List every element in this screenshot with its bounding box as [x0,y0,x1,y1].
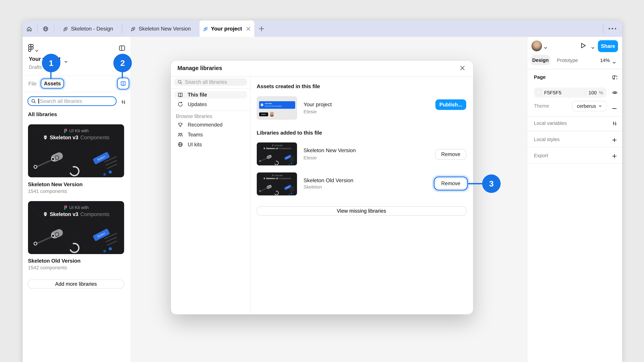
publish-button[interactable]: Publish... [435,99,466,110]
chevron-down-icon[interactable] [591,44,595,51]
radio-decoration [104,250,106,252]
alert-icon [261,104,263,106]
chevron-down-icon[interactable] [35,47,38,54]
filter-icon[interactable] [121,99,126,106]
callout-number: 2 [120,58,125,68]
chevron-down-icon[interactable] [612,59,616,66]
tab-your-project[interactable]: Your project [200,20,254,37]
remove-button[interactable]: Remove [435,149,466,160]
tab-file[interactable]: File [28,81,36,87]
nav-updates[interactable]: Updates [174,100,247,108]
dialog-title: Manage libraries [178,65,222,71]
thumbnail-art: UI Kit with Skeleton v3Components Button [28,125,124,177]
local-styles-row[interactable]: Local styles [534,137,560,142]
color-hex-value[interactable]: F5F5F5 [544,90,561,95]
figma-logo-mini-icon [272,144,273,146]
library-card-subtitle: 1542 components [28,265,67,271]
thumb-line2-rest: Components [279,147,291,149]
library-row-subtitle: Etesie [304,155,317,161]
close-icon[interactable] [459,64,466,72]
chevron-down-icon[interactable] [64,58,68,65]
divider [171,76,473,77]
alert-description: Short and clear description [265,105,282,107]
library-search-field[interactable] [28,96,116,106]
add-export-icon[interactable] [612,153,617,160]
tab-assets[interactable]: Assets [40,78,64,89]
close-tab-icon[interactable] [246,26,251,31]
search-input[interactable] [40,98,102,104]
present-play-icon[interactable] [580,42,587,51]
local-variables-row[interactable]: Local variables [534,120,567,126]
divider [527,69,622,69]
nav-label: This file [188,92,207,98]
opacity-unit: % [599,90,603,95]
tab-skeleton-new-version[interactable]: Skeleton New Version [122,20,199,37]
avatar[interactable] [532,40,542,51]
zoom-level[interactable]: 14% [600,57,610,63]
nav-label: Recommended [188,122,222,128]
toggle-decoration [50,228,64,240]
tab-skeleton-design[interactable]: Skeleton - Design [54,20,122,37]
right-sidebar: Share Design Prototype 14% Page F5F5F5 1… [527,37,622,362]
library-thumbnail-skeleton-old[interactable]: UI Kit with Skeleton v3Components Button [28,201,124,254]
thumbnail-art: UI Kit with Skeleton v3Components Button [257,143,297,165]
window-menu-button[interactable] [608,28,616,29]
figma-app-screen: Skeleton - Design Skeleton New Version Y… [0,0,644,362]
figma-logo-mini-icon [272,174,273,176]
libraries-section-heading: Libraries added to this file [257,130,322,136]
divider [527,163,622,164]
variables-icon[interactable] [612,120,617,128]
tab-design[interactable]: Design [531,55,550,65]
figma-logo-icon[interactable] [28,44,34,54]
library-row-title: Skeleton Old Version [304,177,353,184]
share-button[interactable]: Share [598,40,618,52]
chevron-down-icon[interactable] [544,44,548,51]
globe-icon[interactable] [43,26,48,31]
chevron-down-icon [598,104,602,108]
tab-prototype[interactable]: Prototype [557,57,578,63]
thumb-line2-strong: Skeleton v3 [50,211,78,217]
tab-label: Skeleton New Version [138,26,191,32]
library-row-thumbnail: UI Kit with Skeleton v3Components Button [257,172,297,195]
project-location: Drafts [29,64,42,70]
library-thumbnail-skeleton-new[interactable]: UI Kit with Skeleton v3Components Button [28,124,124,177]
divider [527,147,622,147]
tab-label: Skeleton - Design [71,26,113,32]
new-tab-button[interactable] [258,25,265,32]
divider [23,76,131,76]
callout-3-connector [468,183,483,184]
remove-theme-icon[interactable] [612,105,617,112]
libraries-button[interactable] [117,78,129,89]
library-card-title[interactable]: Skeleton New Version [28,181,83,188]
modal-search-field[interactable] [174,78,247,86]
thumb-line1: UI Kit with [69,128,89,133]
library-card-title[interactable]: Skeleton Old Version [28,258,80,264]
opacity-value[interactable]: 100 [588,90,597,95]
slider-decoration [35,235,55,245]
eye-icon[interactable] [612,89,618,97]
divider [250,76,251,314]
theme-dropdown[interactable]: cerberus [572,101,606,111]
panel-toggle-icon[interactable] [119,45,125,53]
nav-this-file[interactable]: This file [174,91,247,98]
nav-teams[interactable]: Teams [174,131,247,138]
skull-icon [263,147,265,149]
home-icon[interactable] [26,26,32,31]
nav-recommended[interactable]: Recommended [174,121,247,128]
divider [171,110,250,111]
styles-icon[interactable] [612,74,617,82]
remove-button-highlighted[interactable]: Remove [435,178,466,189]
nav-ui-kits[interactable]: UI kits [174,141,247,148]
modal-search-input[interactable] [185,79,238,85]
view-missing-libraries-button[interactable]: View missing libraries [257,206,466,216]
globe-icon [178,142,183,147]
add-more-libraries-button[interactable]: Add more libraries [28,280,124,289]
export-row[interactable]: Export [534,153,548,158]
library-row-title: Skeleton New Version [304,147,356,153]
all-libraries-heading: All libraries [28,111,57,117]
file-row-subtitle: Etesie [304,109,317,114]
skull-icon [263,177,265,179]
thumb-line1: UI Kit with [69,205,89,210]
add-style-icon[interactable] [612,137,617,144]
color-swatch[interactable] [536,89,542,95]
